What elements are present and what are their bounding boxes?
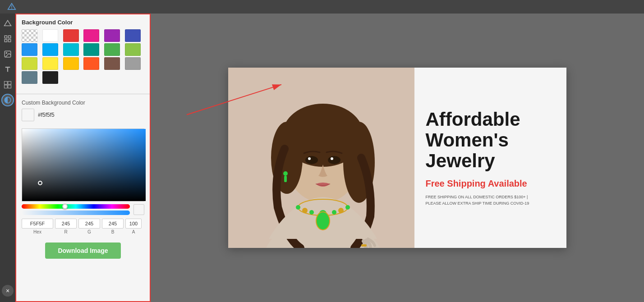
hex-input-group: Hex xyxy=(22,219,53,234)
svg-point-27 xyxy=(309,210,314,215)
b-input[interactable] xyxy=(102,219,124,229)
swatch-light-green[interactable] xyxy=(125,43,141,56)
swatch-blue-grey[interactable] xyxy=(22,71,37,84)
color-swatch-grid xyxy=(22,29,144,84)
svg-point-5 xyxy=(6,52,7,53)
sidebar-icon-logo[interactable] xyxy=(1,17,14,30)
a-input-group: A xyxy=(125,219,142,234)
icon-sidebar: × xyxy=(0,14,15,302)
svg-point-25 xyxy=(296,205,300,210)
sidebar-icon-grid[interactable] xyxy=(1,32,14,45)
svg-rect-0 xyxy=(5,36,7,38)
sliders-area xyxy=(16,201,150,217)
download-btn-area: Download Image xyxy=(16,238,150,263)
current-color-box xyxy=(133,204,144,215)
banner-fine-print-2: PLEASE ALLOW EXTRA SHIP TIME DURING COVI… xyxy=(426,201,529,207)
svg-point-31 xyxy=(345,205,350,210)
swatch-cyan[interactable] xyxy=(63,43,79,56)
r-input[interactable] xyxy=(55,219,77,229)
swatch-grey[interactable] xyxy=(125,57,141,70)
banner-subtitle: Free Shipping Available xyxy=(426,178,527,189)
opacity-slider[interactable] xyxy=(22,210,130,215)
canvas-area: Affordable Women's Jewelry Free Shipping… xyxy=(151,14,644,302)
swatch-transparent[interactable] xyxy=(22,29,37,42)
swatch-amber[interactable] xyxy=(63,57,79,70)
b-input-group: B xyxy=(102,219,124,234)
swatch-yellow[interactable] xyxy=(42,57,58,70)
panel-title: Background Color xyxy=(22,19,144,26)
top-bar xyxy=(0,0,644,14)
download-image-button[interactable]: Download Image xyxy=(45,243,120,259)
svg-rect-8 xyxy=(5,85,8,88)
svg-rect-35 xyxy=(361,244,367,247)
color-preview-row: #f5f5f5 xyxy=(22,109,144,121)
swatch-lime[interactable] xyxy=(22,57,37,70)
background-color-section: Background Color xyxy=(16,14,150,91)
color-picker-canvas-wrapper[interactable] xyxy=(22,128,144,201)
banner-fine-print-1: FREE SHIPPING ON ALL DOMESTIC ORDERS $10… xyxy=(426,194,528,201)
model-svg xyxy=(228,68,414,248)
color-picker-canvas[interactable] xyxy=(22,129,146,201)
close-button[interactable]: × xyxy=(2,285,14,297)
hue-slider[interactable] xyxy=(22,204,130,209)
a-input[interactable] xyxy=(125,219,142,229)
swatch-white[interactable] xyxy=(42,29,58,42)
swatch-red[interactable] xyxy=(63,29,79,42)
sidebar-icon-contrast[interactable] xyxy=(1,94,14,106)
g-input[interactable] xyxy=(78,219,100,229)
g-label: G xyxy=(87,229,91,234)
sidebar-icon-image[interactable] xyxy=(1,48,14,60)
svg-point-26 xyxy=(302,208,308,213)
banner-preview: Affordable Women's Jewelry Free Shipping… xyxy=(228,68,566,248)
app-logo-icon xyxy=(7,2,16,11)
hex-input[interactable] xyxy=(22,219,53,229)
swatch-teal[interactable] xyxy=(83,43,99,56)
banner-main-title: Affordable Women's Jewelry xyxy=(426,109,556,172)
swatch-brown[interactable] xyxy=(104,57,120,70)
color-picker-handle[interactable] xyxy=(38,181,42,185)
rgba-inputs: Hex R G B A xyxy=(16,217,150,238)
hex-label: Hex xyxy=(33,229,41,234)
svg-rect-34 xyxy=(284,176,287,182)
svg-rect-9 xyxy=(8,85,11,88)
svg-point-30 xyxy=(338,208,344,213)
divider xyxy=(16,94,150,94)
swatch-green[interactable] xyxy=(104,43,120,56)
main-area: × Background Color xyxy=(0,14,644,302)
sidebar-icon-pattern[interactable] xyxy=(1,78,14,91)
swatch-pink[interactable] xyxy=(83,29,99,42)
slider-group xyxy=(22,204,130,215)
svg-point-32 xyxy=(316,212,330,230)
swatch-deep-orange[interactable] xyxy=(83,57,99,70)
swatch-black[interactable] xyxy=(42,71,58,84)
sidebar-icon-text[interactable] xyxy=(1,63,14,76)
swatch-light-blue[interactable] xyxy=(42,43,58,56)
swatch-indigo[interactable] xyxy=(125,29,141,42)
a-label: A xyxy=(132,229,135,234)
svg-rect-6 xyxy=(5,82,8,85)
svg-point-20 xyxy=(305,156,318,164)
color-preview-box[interactable] xyxy=(22,109,34,121)
b-label: B xyxy=(111,229,115,234)
color-hex-value: #f5f5f5 xyxy=(38,112,55,118)
banner-image-side xyxy=(228,68,414,248)
g-input-group: G xyxy=(78,219,100,234)
banner-text-side: Affordable Women's Jewelry Free Shipping… xyxy=(414,68,567,248)
svg-point-21 xyxy=(328,156,340,164)
swatch-blue[interactable] xyxy=(22,43,37,56)
svg-rect-7 xyxy=(8,82,11,85)
svg-point-23 xyxy=(331,157,333,160)
custom-bg-section: Custom Background Color #f5f5f5 xyxy=(16,97,150,128)
svg-point-33 xyxy=(283,171,288,176)
custom-bg-label: Custom Background Color xyxy=(22,100,144,106)
svg-rect-1 xyxy=(9,36,11,38)
hue-slider-handle xyxy=(62,204,68,209)
swatch-purple[interactable] xyxy=(104,29,120,42)
svg-rect-2 xyxy=(5,40,7,42)
svg-point-29 xyxy=(332,210,336,215)
side-panel: Background Color xyxy=(15,14,151,302)
r-input-group: R xyxy=(55,219,77,234)
svg-point-22 xyxy=(308,157,311,160)
r-label: R xyxy=(64,229,67,234)
svg-rect-3 xyxy=(9,40,11,42)
